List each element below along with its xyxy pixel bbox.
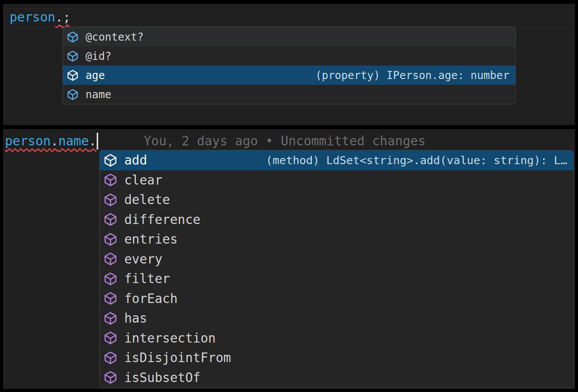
suggest-item-label: delete: [124, 192, 170, 207]
suggest-item[interactable]: @context?: [63, 27, 515, 46]
symbol-method-icon: [104, 292, 117, 305]
suggest-item-label: intersection: [124, 331, 216, 346]
suggest-item-label: forEach: [124, 291, 178, 306]
code-token-dot-error: .: [55, 10, 63, 25]
git-blame-annotation: You, 2 days ago • Uncommitted changes: [143, 133, 425, 148]
symbol-method-icon: [104, 252, 117, 266]
suggest-item-label: add: [124, 153, 147, 168]
suggest-item[interactable]: has: [100, 308, 573, 328]
text-cursor: [97, 133, 98, 150]
current-line-highlight: [3, 8, 575, 26]
symbol-method-icon: [104, 371, 117, 384]
editor-window: person.; @context? @id?: [0, 0, 578, 392]
suggest-item-detail: (method) LdSet<string>.add(value: string…: [266, 154, 567, 167]
suggest-item-label: @context?: [86, 31, 144, 43]
symbol-field-icon: [67, 31, 79, 43]
suggest-item-label: age: [86, 69, 105, 82]
suggest-item[interactable]: delete: [100, 190, 573, 210]
code-line[interactable]: person.name.You, 2 days ago • Uncommitte…: [5, 132, 426, 150]
code-token-semicolon-error: ;: [63, 10, 71, 25]
suggest-item[interactable]: difference: [100, 210, 573, 230]
symbol-method-icon: [104, 153, 117, 167]
code-line[interactable]: person.;: [10, 8, 71, 26]
suggest-item[interactable]: name: [63, 85, 515, 104]
symbol-field-icon: [67, 89, 79, 100]
suggest-item[interactable]: filter: [100, 269, 573, 289]
suggest-item-label: every: [124, 252, 162, 267]
code-token-dot: .: [51, 133, 58, 148]
suggest-widget-properties: @context? @id? age (property) IPerson.ag…: [63, 27, 516, 104]
code-token-dot: .: [89, 133, 97, 148]
symbol-method-icon: [104, 351, 117, 365]
suggest-item-label: clear: [124, 173, 162, 188]
symbol-field-icon: [67, 69, 79, 81]
symbol-method-icon: [104, 232, 117, 246]
suggest-item-label: isDisjointFrom: [124, 350, 231, 365]
symbol-method-icon: [104, 311, 117, 325]
suggest-item-label: @id?: [86, 50, 111, 63]
code-token-variable: person: [10, 10, 55, 25]
symbol-method-icon: [104, 193, 117, 207]
section-divider: [3, 125, 575, 129]
suggest-item[interactable]: every: [100, 249, 573, 269]
suggest-item-label: difference: [124, 212, 201, 227]
suggest-item[interactable]: entries: [100, 229, 573, 249]
code-token-variable: person: [5, 133, 51, 148]
suggest-item-label: entries: [124, 232, 178, 247]
suggest-item-label: name: [86, 88, 111, 101]
symbol-method-icon: [104, 272, 117, 286]
suggest-item-detail: (property) IPerson.age: number: [315, 69, 509, 82]
suggest-item-label: isSubsetOf: [124, 370, 201, 385]
suggest-item[interactable]: intersection: [100, 328, 573, 348]
suggest-item-label: filter: [124, 271, 170, 286]
code-token-property: name: [58, 133, 89, 148]
suggest-item[interactable]: forEach: [100, 289, 573, 309]
suggest-item-label: has: [124, 311, 147, 326]
editor-pane-bottom[interactable]: person.name.You, 2 days ago • Uncommitte…: [3, 129, 575, 389]
suggest-item[interactable]: isDisjointFrom: [100, 348, 573, 368]
symbol-method-icon: [104, 212, 117, 226]
editor-pane-top[interactable]: person.; @context? @id?: [3, 4, 575, 125]
symbol-method-icon: [104, 173, 117, 187]
symbol-field-icon: [67, 50, 79, 62]
suggest-item[interactable]: @id?: [63, 46, 515, 66]
symbol-method-icon: [104, 331, 117, 345]
suggest-item[interactable]: age (property) IPerson.age: number: [63, 66, 515, 85]
suggest-item[interactable]: clear: [100, 170, 573, 190]
suggest-widget-methods: add (method) LdSet<string>.add(value: st…: [99, 150, 574, 388]
suggest-item[interactable]: add (method) LdSet<string>.add(value: st…: [100, 150, 573, 170]
suggest-item[interactable]: isSubsetOf: [100, 368, 573, 388]
